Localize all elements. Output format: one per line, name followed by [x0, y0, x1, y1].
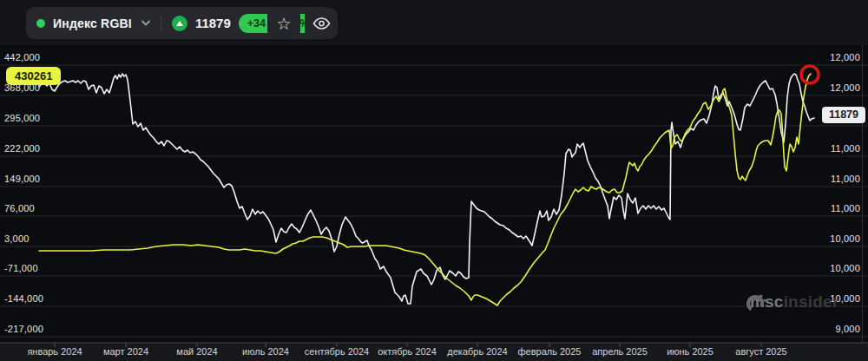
visibility-button[interactable] — [305, 8, 338, 39]
instrument-name: Индекс RGBI — [53, 16, 132, 30]
x-axis-label: май 2024 — [176, 346, 217, 357]
y-axis-label-right: 11,000 — [831, 143, 860, 154]
x-axis-label: июнь 2025 — [667, 346, 713, 357]
y-axis-label-left: 3,000 — [4, 233, 30, 245]
y-axis-label-left: -144,000 — [4, 293, 43, 305]
right-axis-price-badge: 11879 — [822, 107, 865, 123]
star-icon: ☆ — [276, 16, 291, 32]
y-axis-label-left: 222,000 — [4, 143, 40, 154]
y-axis-label-right: 10,000 — [830, 233, 860, 245]
x-axis-label: апрель 2025 — [592, 346, 648, 357]
watermark-text-light: insider — [784, 292, 839, 311]
instrument-price: 11879 — [195, 16, 231, 30]
chevron-down-icon[interactable] — [141, 20, 150, 26]
instrument-status-dot-icon — [36, 19, 45, 28]
y-axis-label-right: 12,000 — [830, 52, 860, 63]
watermark: mscinsider — [745, 292, 838, 312]
chart-header: Индекс RGBI 11879 +34 (+0.29%) ☆ — [0, 0, 868, 46]
eye-icon — [312, 17, 331, 30]
x-axis-label: июль 2024 — [242, 346, 289, 357]
yellow-portfolio-line — [39, 74, 811, 305]
x-axis-label: март 2024 — [103, 346, 148, 357]
y-axis-label-right: 11,000 — [831, 203, 860, 214]
y-axis-label-left: 295,000 — [4, 113, 40, 124]
chart-canvas[interactable]: 442,00012,000368,00012,000295,00012,0002… — [0, 45, 868, 361]
y-axis-label-left: 442,000 — [4, 52, 40, 63]
x-axis-label: февраль 2025 — [518, 346, 582, 357]
y-axis-label-left: 149,000 — [4, 174, 40, 185]
y-axis-label-left: 76,000 — [4, 203, 35, 214]
x-axis-label: декабрь 2024 — [447, 346, 507, 357]
y-axis-label-right: 10,000 — [830, 263, 860, 274]
chart-plot — [0, 45, 868, 361]
y-axis-label-right: 9,000 — [835, 324, 860, 335]
y-axis-label-left: -217,000 — [4, 324, 43, 335]
y-axis-label-right: 12,000 — [830, 82, 860, 94]
divider — [161, 15, 161, 32]
y-axis-label-left: -71,000 — [4, 263, 38, 274]
left-axis-price-badge: 430261 — [6, 67, 61, 85]
up-arrow-icon — [172, 16, 187, 31]
x-axis-label: сентябрь 2024 — [305, 346, 369, 357]
x-axis-label: октябрь 2024 — [378, 346, 437, 357]
rgbi-index-line — [39, 74, 814, 304]
favorite-button[interactable]: ☆ — [267, 8, 300, 39]
trading-chart-app: Индекс RGBI 11879 +34 (+0.29%) ☆ 442,000… — [0, 0, 868, 361]
x-axis-label: январь 2024 — [27, 346, 82, 357]
y-axis-label-right: 11,000 — [831, 174, 860, 185]
x-axis-label: август 2025 — [735, 346, 786, 357]
